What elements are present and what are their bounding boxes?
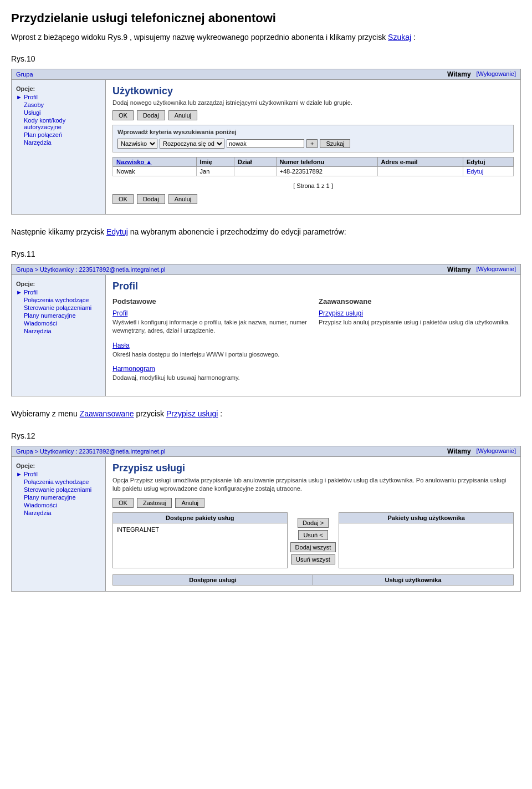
rys10-td-imie: Jan (196, 167, 234, 176)
rys12-main-title: Przypisz usługi (112, 462, 514, 474)
rys11-sidebar-sterowanie[interactable]: Sterowanie połączeniami (19, 304, 105, 312)
rys10-anuluj2-button[interactable]: Anuluj (168, 194, 198, 204)
table-row: Nowak Jan +48-223517892 Edytuj (113, 167, 514, 176)
rys11-harmonogram-item: Harmonogram Dodawaj, modyfikuj lub usuwa… (112, 364, 308, 382)
rys12-witamy: Witamy (447, 447, 471, 455)
rys12-services-bottom-row: Dostępne usługi Usługi użytkownika (112, 574, 514, 586)
rys11-harmonogram-desc: Dodawaj, modyfikuj lub usuwaj harmonogra… (112, 374, 308, 382)
rys10-search-input[interactable] (227, 139, 304, 148)
rys12-available-services-header: Dostępne usługi (113, 575, 313, 585)
rys12-label: Rys.12 (0, 426, 532, 443)
rys12-sidebar-plany[interactable]: Plany numeracyjne (19, 493, 105, 501)
rys11-main-title: Profil (112, 281, 514, 292)
sidebar-item-profil[interactable]: ► Profil (12, 93, 105, 101)
sidebar-item-narzedzia[interactable]: Narzędzia (19, 139, 105, 146)
rys10-dodaj2-button[interactable]: Dodaj (137, 194, 165, 204)
rys11-sidebar-narzedzia[interactable]: Narzędzia (19, 327, 105, 335)
rys12-user-packages-panel: Pakiety usług użytkownika (339, 512, 514, 570)
rys12-sidebar-sterowanie[interactable]: Sterowanie połączeniami (19, 486, 105, 493)
rys12-top-buttons: OK Zastosuj Anuluj (112, 498, 514, 508)
rys12-dodaj-wszystko-button[interactable]: Dodaj wszyst (290, 542, 336, 552)
rys11-col1: Podstawowe Profil Wyświetl i konfiguruj … (112, 297, 308, 388)
sidebar-item-plan[interactable]: Plan połączeń (19, 131, 105, 139)
rys12-usun-arrow-button[interactable]: Usuń < (298, 530, 328, 540)
rys12-dodaj-arrow-button[interactable]: Dodaj > (298, 518, 329, 528)
rys10-plus-button[interactable]: + (306, 139, 318, 148)
rys12-sidebar-narzedzia[interactable]: Narzędzia (19, 509, 105, 517)
rys11-sidebar-profil[interactable]: ► Profil (12, 288, 105, 296)
rys10-search-field-select[interactable]: Nazwisko (117, 139, 157, 149)
rys11-col1-title: Podstawowe (112, 297, 308, 306)
rys12-wylogowanie[interactable]: [Wylogowanie] (477, 447, 516, 455)
rys11-sidebar-label-profil: Profil (24, 289, 38, 296)
rys12-available-packages-header: Dostępne pakiety usług (113, 513, 287, 523)
sidebar-label-profil: Profil (24, 94, 38, 100)
rys12-user-packages-box: Pakiety usług użytkownika (339, 512, 514, 568)
rys10-td-nazwisko: Nowak (113, 167, 197, 176)
rys11-wylogowanie[interactable]: [Wylogowanie] (477, 266, 516, 273)
rys10-sidebar: Opcje: ► Profil Zasoby Usługi Kody kont/… (12, 80, 106, 214)
rys12-opcje-label: Opcje: (12, 461, 105, 470)
rys10-table-header-row: Nazwisko ▲ Imię Dział Numer telefonu Adr… (113, 157, 514, 167)
rys11-harmonogram-link[interactable]: Harmonogram (112, 365, 155, 373)
edytuj-link[interactable]: Edytuj (106, 227, 128, 236)
rys10-dodaj-button[interactable]: Dodaj (137, 110, 165, 120)
rys10-label: Rys.10 (0, 49, 532, 66)
szukaj-link[interactable]: Szukaj (388, 33, 411, 42)
rys11-przypisz-link[interactable]: Przypisz usługi (319, 309, 363, 317)
rys11-sidebar-plany[interactable]: Plany numeracyjne (19, 312, 105, 319)
rys12-breadcrumb: Grupa > Użytkownicy : 223517892@netia.in… (16, 448, 166, 455)
rys11-topbar-right: Witamy [Wylogowanie] (447, 266, 516, 273)
rys10-body: Opcje: ► Profil Zasoby Usługi Kody kont/… (12, 80, 520, 214)
rys12-sidebar-polaczenia[interactable]: Połączenia wychodzące (19, 478, 105, 486)
rys10-td-telefon: +48-223517892 (276, 167, 377, 176)
wybieramy-text: Wybieramy z menu Zaawansowane przycisk P… (0, 408, 532, 425)
rys10-td-email (377, 167, 463, 176)
rys11-opcje-label: Opcje: (12, 279, 105, 288)
rys12-topbar-right: Witamy [Wylogowanie] (447, 447, 516, 455)
rys12-user-packages-content (339, 523, 513, 568)
rys10-ok-button[interactable]: OK (112, 110, 134, 120)
rys11-sidebar: Opcje: ► Profil Połączenia wychodzące St… (12, 275, 106, 396)
przypisz-uslugi-link[interactable]: Przypisz usługi (166, 409, 218, 418)
rys12-main: Przypisz usługi Opcja Przypisz usługi um… (106, 457, 520, 591)
rys10-td-edytuj: Edytuj (463, 167, 513, 176)
rys12-main-desc: Opcja Przypisz usługi umożliwia przypisa… (112, 476, 514, 493)
rys12-ok-button[interactable]: OK (112, 498, 134, 508)
rys10-anuluj-button[interactable]: Anuluj (168, 110, 198, 120)
intro-text: Wprost z bieżącego widoku Rys.9 , wpisuj… (0, 31, 532, 49)
rys12-anuluj-button[interactable]: Anuluj (175, 498, 204, 508)
sidebar-item-zasoby[interactable]: Zasoby (19, 101, 105, 109)
rys12-arrow-icon: ► (16, 471, 22, 477)
rys11-col2: Zaawansowane Przypisz usługi Przypisz lu… (319, 297, 514, 388)
rys12-integralnet-item[interactable]: INTEGRALNET (115, 526, 285, 533)
rys11-sidebar-wiadomosci[interactable]: Wiadomości (19, 319, 105, 327)
rys11-hasla-link[interactable]: Hasła (112, 342, 130, 349)
arrow-icon: ► (16, 94, 22, 100)
rys11-profil-item: Profil Wyświetl i konfiguruj informacje … (112, 309, 308, 335)
zaawansowane-link[interactable]: Zaawansowane (80, 409, 134, 418)
rys11-screenshot: Grupa > Użytkownicy : 223517892@netia.in… (11, 264, 521, 397)
rys10-th-edytuj: Edytuj (463, 157, 513, 167)
rys10-main: Użytkownicy Dodaj nowego użytkownika lub… (106, 80, 520, 214)
rys11-sidebar-polaczenia[interactable]: Połączenia wychodzące (19, 296, 105, 304)
rys12-sidebar-wiadomosci[interactable]: Wiadomości (19, 501, 105, 509)
rys10-opcje-label: Opcje: (12, 84, 105, 93)
rys10-search-condition-select[interactable]: Rozpoczyna się od (160, 139, 224, 149)
rys10-th-imie: Imię (196, 157, 234, 167)
rys12-usun-wszystko-button[interactable]: Usuń wszyst (291, 554, 335, 564)
sidebar-item-kody[interactable]: Kody kont/kody autoryzacyjne (19, 116, 105, 131)
rys10-ok2-button[interactable]: OK (112, 194, 134, 204)
rys11-profil-link[interactable]: Profil (112, 309, 127, 317)
sidebar-item-uslugi[interactable]: Usługi (19, 109, 105, 116)
rys12-available-packages-box: Dostępne pakiety usług INTEGRALNET (112, 512, 288, 568)
rys10-wylogowanie[interactable]: [Wylogowanie] (477, 70, 516, 78)
rys11-witamy: Witamy (447, 266, 471, 273)
rys10-szukaj-button[interactable]: Szukaj (320, 139, 350, 148)
rys10-topbar: Grupa Witamy [Wylogowanie] (12, 69, 520, 80)
rys11-hasla-item: Hasła Określ hasła dostępu do interfejsu… (112, 341, 308, 359)
rys10-bottom-buttons: OK Dodaj Anuluj (112, 194, 514, 204)
rys11-sidebar-sub: Połączenia wychodzące Sterowanie połącze… (12, 296, 105, 335)
rys12-zastosuj-button[interactable]: Zastosuj (137, 498, 172, 508)
rys12-sidebar-profil[interactable]: ► Profil (12, 470, 105, 478)
